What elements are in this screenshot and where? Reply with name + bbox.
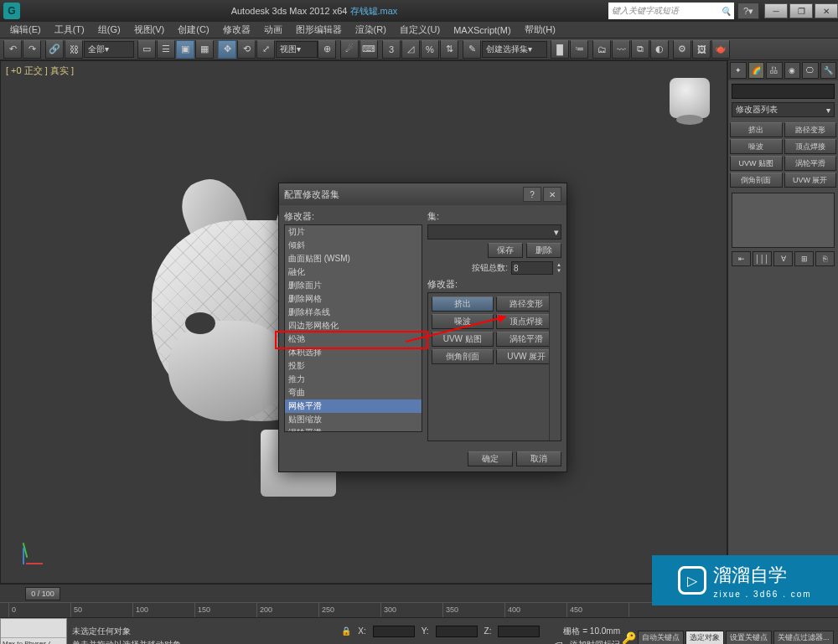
modifier-quick-button[interactable]: UVW 展开 (784, 173, 837, 188)
menu-item[interactable]: 修改器 (216, 23, 257, 36)
move-button[interactable]: ✥ (218, 40, 236, 59)
modifier-list-item[interactable]: 曲面贴图 (WSM) (285, 252, 422, 265)
save-set-button[interactable]: 保存 (488, 243, 523, 258)
angle-snap-button[interactable]: ◿ (401, 40, 420, 59)
modifier-quick-button[interactable]: 路径变形 (784, 122, 837, 137)
stack-tool-button[interactable]: ⇤ (732, 251, 751, 266)
rotate-button[interactable]: ⟲ (237, 40, 256, 59)
script-listener[interactable]: Max to Physes ( (0, 618, 67, 644)
spinner-snap-button[interactable]: ⇅ (440, 40, 458, 59)
y-coord-input[interactable] (436, 626, 478, 637)
modifier-list-item[interactable]: 涡轮平滑 (285, 426, 422, 432)
modifier-list-item[interactable]: 弯曲 (285, 386, 422, 399)
help-search-input[interactable]: 键入关键字或短语 🔍 (608, 3, 734, 19)
modifiers-listbox[interactable]: 切片倾斜曲面贴图 (WSM)融化删除面片删除网格删除样条线四边形网格化松弛体积选… (284, 224, 422, 432)
modifier-stack[interactable] (732, 193, 835, 248)
time-slider-thumb[interactable]: 0 / 100 (25, 587, 60, 600)
viewcube[interactable] (670, 78, 710, 118)
modify-tab[interactable]: 🌈 (748, 62, 765, 79)
modifier-list-item[interactable]: 推力 (285, 373, 422, 386)
material-editor-button[interactable]: ◐ (650, 40, 669, 59)
modifier-list-item[interactable]: 四边形网格化 (285, 319, 422, 332)
layers-button[interactable]: 🗂 (592, 40, 611, 59)
redo-button[interactable]: ↷ (23, 40, 41, 59)
modifier-list-item[interactable]: 贴图缩放 (285, 413, 422, 426)
add-time-tag[interactable]: 添加时间标记 (570, 639, 620, 645)
set-button[interactable]: 涡轮平滑 (496, 332, 558, 347)
modifier-quick-button[interactable]: 噪波 (730, 139, 783, 154)
menu-item[interactable]: 组(G) (91, 23, 127, 36)
modifier-list-dropdown[interactable]: 修改器列表▾ (732, 102, 835, 117)
modifier-list-item[interactable]: 切片 (285, 225, 422, 239)
x-coord-input[interactable] (373, 626, 415, 637)
key-selection-dropdown[interactable]: 选定对象 (685, 631, 724, 645)
minimize-button[interactable]: ─ (764, 3, 788, 18)
ok-button[interactable]: 确定 (468, 451, 513, 466)
sets-dropdown[interactable]: ▾ (427, 224, 561, 240)
set-button[interactable]: 顶点焊接 (496, 314, 558, 329)
set-button[interactable]: UVW 贴图 (432, 332, 494, 347)
named-sel-edit-button[interactable]: ✎ (463, 40, 481, 59)
help-dropdown[interactable]: ?▾ (737, 3, 759, 19)
motion-tab[interactable]: ◉ (784, 62, 801, 79)
close-button[interactable]: ✕ (815, 3, 838, 18)
mirror-button[interactable]: ▐▌ (551, 40, 569, 59)
modifier-list-item[interactable]: 倾斜 (285, 239, 422, 252)
stack-tool-button[interactable]: │││ (753, 251, 772, 266)
menu-item[interactable]: 编辑(E) (3, 23, 48, 36)
menu-item[interactable]: 帮助(H) (518, 23, 562, 36)
select-button[interactable]: ▭ (137, 40, 156, 59)
menu-item[interactable]: 工具(T) (48, 23, 91, 36)
restore-button[interactable]: ❐ (789, 3, 813, 18)
pivot-button[interactable]: ⊕ (318, 40, 336, 59)
modifier-list-item[interactable]: 网格平滑 (285, 399, 422, 413)
modifier-list-item[interactable]: 投影 (285, 359, 422, 373)
menu-item[interactable]: 动画 (257, 23, 289, 36)
selection-filter-dropdown[interactable]: 全部 ▾ (84, 41, 134, 58)
cancel-button[interactable]: 取消 (516, 451, 561, 466)
grid-scrollbar[interactable] (549, 293, 561, 440)
menu-item[interactable]: 渲染(R) (349, 23, 393, 36)
render-button[interactable]: 🫖 (711, 40, 730, 59)
create-tab[interactable]: ✦ (730, 62, 747, 79)
modifier-list-item[interactable]: 删除面片 (285, 279, 422, 292)
scale-button[interactable]: ⤢ (256, 40, 275, 59)
z-coord-input[interactable] (498, 626, 540, 637)
app-icon[interactable]: G (3, 3, 20, 19)
named-selection-dropdown[interactable]: 创建选择集 ▾ (482, 41, 547, 58)
modifier-list-item[interactable]: 删除样条线 (285, 306, 422, 319)
key-filters-button[interactable]: 关键点过滤器... (773, 631, 834, 645)
menu-item[interactable]: 图形编辑器 (289, 23, 349, 36)
set-button[interactable]: UVW 展开 (496, 349, 558, 364)
undo-button[interactable]: ↶ (3, 40, 22, 59)
hierarchy-tab[interactable]: 品 (766, 62, 783, 79)
display-tab[interactable]: 🖵 (802, 62, 819, 79)
ref-coord-dropdown[interactable]: 视图 ▾ (276, 41, 318, 58)
modifier-list-item[interactable]: 删除网格 (285, 292, 422, 306)
setkey-button[interactable]: 设置关键点 (726, 631, 772, 645)
utilities-tab[interactable]: 🔧 (820, 62, 837, 79)
modifier-list-item[interactable]: 松弛 (285, 332, 422, 346)
set-button[interactable]: 路径变形 (496, 296, 558, 312)
autokey-button[interactable]: 自动关键点 (638, 631, 684, 645)
link-button[interactable]: 🔗 (45, 40, 64, 59)
dialog-help-button[interactable]: ? (523, 187, 541, 202)
set-button[interactable]: 噪波 (432, 314, 494, 329)
schematic-button[interactable]: ⧉ (631, 40, 649, 59)
menu-item[interactable]: MAXScript(M) (447, 25, 517, 35)
snap-button[interactable]: 3 (382, 40, 401, 59)
button-count-spinner[interactable] (511, 261, 553, 275)
render-frame-button[interactable]: 🖼 (692, 40, 711, 59)
dialog-close-button[interactable]: ✕ (543, 187, 561, 202)
modifier-list-item[interactable]: 体积选择 (285, 346, 422, 359)
stack-tool-button[interactable]: ⎘ (815, 251, 835, 266)
menu-item[interactable]: 创建(C) (171, 23, 215, 36)
curve-editor-button[interactable]: 〰 (612, 40, 630, 59)
unlink-button[interactable]: ⛓ (65, 40, 83, 59)
menu-item[interactable]: 自定义(U) (393, 23, 447, 36)
select-name-button[interactable]: ☰ (157, 40, 175, 59)
percent-snap-button[interactable]: % (421, 40, 439, 59)
align-button[interactable]: ≔ (570, 40, 588, 59)
menu-item[interactable]: 视图(V) (127, 23, 172, 36)
object-name-field[interactable] (732, 84, 835, 99)
